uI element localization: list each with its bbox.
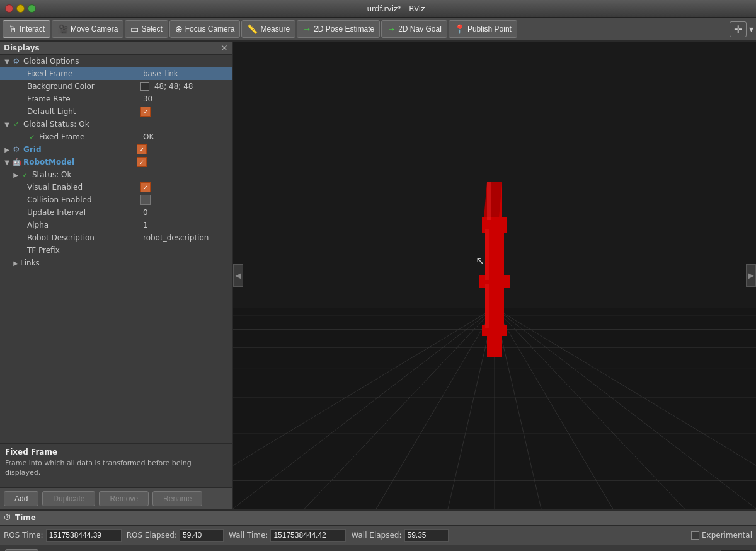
tree-item-tf-prefix[interactable]: TF Prefix	[0, 244, 232, 257]
robot-description-row: Robot Description robot_description	[27, 233, 229, 242]
select-icon: ▭	[130, 24, 139, 34]
tree-arrow-global-options: ▼	[3, 58, 11, 65]
collision-enabled-label: Collision Enabled	[27, 195, 140, 204]
tree-item-alpha[interactable]: Alpha 1	[0, 219, 232, 231]
tf-prefix-row: TF Prefix	[27, 246, 229, 255]
tree-item-frame-rate[interactable]: Frame Rate 30	[0, 93, 232, 105]
tree-item-robot-description[interactable]: Robot Description robot_description	[0, 231, 232, 244]
global-options-label: Global Options	[23, 57, 229, 66]
ros-time-input[interactable]	[46, 529, 122, 542]
viewport-left-arrow[interactable]: ◀	[233, 264, 243, 287]
move-camera-button[interactable]: 🎥 Move Camera	[52, 20, 123, 38]
ros-time-label: ROS Time:	[4, 531, 43, 540]
tree-item-collision-enabled[interactable]: Collision Enabled	[0, 194, 232, 206]
experimental-group: Experimental	[691, 531, 752, 540]
bg-color-swatch	[140, 82, 149, 91]
minimize-button[interactable]	[16, 4, 25, 13]
grid-checkbox[interactable]: ✓	[137, 144, 147, 154]
select-label: Select	[141, 25, 162, 33]
displays-title: Displays	[4, 44, 40, 52]
tree-item-robot-status[interactable]: ▶ ✓ Status: Ok	[0, 168, 232, 181]
tree-item-global-options[interactable]: ▼ ⚙ Global Options	[0, 55, 232, 67]
ros-elapsed-group: ROS Elapsed:	[127, 529, 224, 542]
tree-item-global-status[interactable]: ▼ ✓ Global Status: Ok	[0, 118, 232, 130]
visual-enabled-checkbox[interactable]: ✓	[140, 182, 151, 192]
tree-arrow-grid: ▶	[3, 146, 11, 153]
panel-close-button[interactable]: ✕	[220, 44, 228, 52]
select-button[interactable]: ▭ Select	[125, 20, 168, 38]
bg-color-value: 48; 48; 48	[152, 82, 193, 91]
remove-button[interactable]: Remove	[99, 491, 149, 506]
tree-arrow-links: ▶	[11, 260, 20, 267]
robot-model-icon: 🤖	[11, 157, 21, 167]
maximize-button[interactable]	[28, 4, 36, 13]
tree-item-robot-model[interactable]: ▼ 🤖 RobotModel ✓	[0, 156, 232, 168]
toolbar-more-button[interactable]: ▾	[749, 24, 753, 34]
tree-item-visual-enabled[interactable]: Visual Enabled ✓	[0, 181, 232, 194]
status-fixed-frame-value: OK	[140, 132, 154, 141]
interact-button[interactable]: 🖱 Interact	[3, 20, 50, 38]
robot-status-ok-icon: ✓	[20, 170, 30, 180]
default-light-checkbox[interactable]: ✓	[140, 107, 151, 117]
focus-camera-label: Focus Camera	[185, 25, 235, 33]
robot-model-checkbox[interactable]: ✓	[137, 157, 147, 167]
robot-description-value: robot_description	[140, 233, 209, 242]
tree-item-default-light[interactable]: Default Light ✓	[0, 105, 232, 118]
measure-button[interactable]: 📏 Measure	[241, 20, 295, 38]
update-interval-value: 0	[140, 208, 148, 217]
move-camera-icon: 🎥	[57, 24, 68, 34]
wall-elapsed-input[interactable]	[404, 529, 449, 542]
close-button[interactable]	[5, 4, 13, 13]
default-light-label: Default Light	[27, 107, 140, 116]
robot-svg	[469, 182, 520, 359]
bg-color-row: Background Color 48; 48; 48	[27, 82, 229, 91]
viewport-right-arrow[interactable]: ▶	[746, 264, 756, 287]
publish-point-button[interactable]: 📍 Publish Point	[449, 20, 517, 38]
rename-button[interactable]: Rename	[152, 491, 202, 506]
wall-elapsed-group: Wall Elapsed:	[351, 529, 448, 542]
measure-label: Measure	[260, 25, 290, 33]
toolbar-extra: ✛ ▾	[730, 21, 753, 37]
grid-icon: ⚙	[11, 144, 21, 154]
bg-color-label: Background Color	[27, 82, 140, 91]
tree-item-links[interactable]: ▶ Links	[0, 257, 232, 269]
nav-goal-label: 2D Nav Goal	[398, 25, 442, 33]
alpha-value: 1	[140, 221, 148, 229]
measure-icon: 📏	[247, 24, 258, 34]
ros-elapsed-input[interactable]	[180, 529, 224, 542]
tree-item-fixed-frame[interactable]: Fixed Frame base_link	[0, 67, 232, 80]
displays-tree[interactable]: ▼ ⚙ Global Options Fixed Frame base_link	[0, 55, 232, 443]
tree-item-grid[interactable]: ▶ ⚙ Grid ✓	[0, 143, 232, 156]
3d-viewport[interactable]: ↖ ◀ ▶	[233, 42, 756, 509]
add-button[interactable]: Add	[4, 491, 38, 506]
time-bar: ROS Time: ROS Elapsed: Wall Time: Wall E…	[0, 525, 756, 545]
focus-camera-button[interactable]: ⊕ Focus Camera	[169, 20, 241, 38]
alpha-row: Alpha 1	[27, 221, 229, 229]
tree-item-bg-color[interactable]: Background Color 48; 48; 48	[0, 80, 232, 93]
add-toolbar-button[interactable]: ✛	[730, 21, 747, 37]
wall-time-input[interactable]	[270, 529, 346, 542]
tree-item-update-interval[interactable]: Update Interval 0	[0, 206, 232, 219]
robot-model-label: RobotModel	[23, 158, 137, 166]
publish-point-icon: 📍	[454, 24, 465, 34]
visual-enabled-label: Visual Enabled	[27, 183, 140, 192]
pose-estimate-label: 2D Pose Estimate	[314, 25, 374, 33]
focus-camera-icon: ⊕	[175, 24, 183, 34]
window-title: urdf.rviz* - RViz	[41, 4, 751, 13]
move-camera-label: Move Camera	[71, 25, 118, 33]
collision-enabled-checkbox[interactable]	[140, 195, 151, 205]
tree-arrow-robot-status: ▶	[11, 171, 20, 178]
experimental-checkbox[interactable]	[691, 531, 699, 540]
robot-status-label: Status: Ok	[32, 170, 229, 179]
update-interval-label: Update Interval	[27, 208, 140, 217]
pose-estimate-button[interactable]: → 2D Pose Estimate	[297, 20, 380, 38]
tree-item-status-fixed-frame[interactable]: ✓ Fixed Frame OK	[0, 130, 232, 143]
robot-model-row: RobotModel ✓	[23, 157, 229, 167]
wall-time-group: Wall Time:	[229, 529, 346, 542]
status-bar: Reset Left-Click: Rotate. Middle-Click: …	[0, 545, 756, 551]
status-ok-icon: ✓	[11, 119, 21, 129]
reset-button[interactable]: Reset	[5, 549, 38, 552]
pose-estimate-icon: →	[302, 24, 311, 34]
nav-goal-button[interactable]: → 2D Nav Goal	[381, 20, 447, 38]
duplicate-button[interactable]: Duplicate	[42, 491, 95, 506]
